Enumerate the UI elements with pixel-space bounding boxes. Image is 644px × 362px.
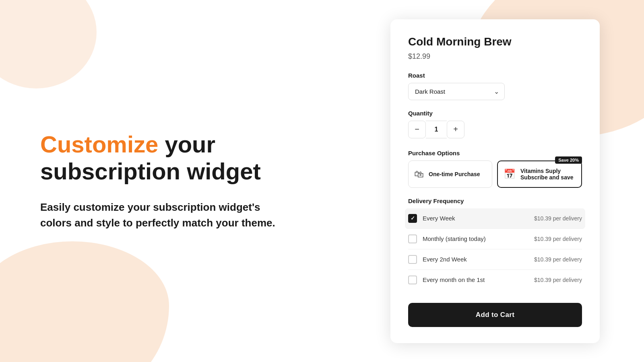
page-container: Customize yoursubscription widget Easily… xyxy=(0,0,644,362)
purchase-options-grid: 🛍 One-time Purchase Save 20% 📅 Vitamins … xyxy=(408,160,582,188)
purchase-options-label: Purchase Options xyxy=(408,150,582,156)
calendar-icon: 📅 xyxy=(504,169,516,180)
hero-title: Customize yoursubscription widget xyxy=(40,131,306,185)
delivery-option-price-every-2nd-week: $10.39 per delivery xyxy=(534,256,582,263)
delivery-option-price-every-week: $10.39 per delivery xyxy=(534,215,582,222)
quantity-section: Quantity − 1 + xyxy=(408,110,582,138)
hero-title-accent: Customize xyxy=(40,131,158,157)
delivery-option-every-month-1st[interactable]: Every month on the 1st $10.39 per delive… xyxy=(408,270,582,290)
delivery-option-price-monthly: $10.39 per delivery xyxy=(534,236,582,242)
delivery-option-every-2nd-week[interactable]: Every 2nd Week $10.39 per delivery xyxy=(408,249,582,270)
delivery-option-row: Every Week $10.39 per delivery xyxy=(423,215,582,222)
checkmark-icon: ✓ xyxy=(411,215,415,221)
purchase-options-section: Purchase Options 🛍 One-time Purchase Sav… xyxy=(408,150,582,188)
delivery-option-row-monthly: Monthly (starting today) $10.39 per deli… xyxy=(423,235,582,242)
delivery-option-price-every-month-1st: $10.39 per delivery xyxy=(534,277,582,283)
product-title: Cold Morning Brew xyxy=(408,35,582,48)
delivery-option-row-every-2nd-week: Every 2nd Week $10.39 per delivery xyxy=(423,256,582,263)
delivery-option-label-every-week: Every Week xyxy=(423,215,455,222)
hero-subtitle: Easily customize your subscription widge… xyxy=(40,200,282,231)
quantity-increase-button[interactable]: + xyxy=(447,121,464,138)
quantity-value: 1 xyxy=(426,121,447,138)
one-time-label: One-time Purchase xyxy=(429,171,480,177)
delivery-option-every-week[interactable]: ✓ Every Week $10.39 per delivery xyxy=(405,208,585,229)
roast-section: Roast Light Roast Medium Roast Dark Roas… xyxy=(408,72,582,100)
roast-select[interactable]: Light Roast Medium Roast Dark Roast Espr… xyxy=(408,83,505,100)
save-badge: Save 20% xyxy=(555,156,582,164)
delivery-label: Delivery Frequency xyxy=(408,197,582,204)
delivery-option-monthly[interactable]: Monthly (starting today) $10.39 per deli… xyxy=(408,229,582,249)
delivery-section: Delivery Frequency ✓ Every Week $10.39 p… xyxy=(408,197,582,290)
left-panel: Customize yoursubscription widget Easily… xyxy=(0,0,346,362)
delivery-checkbox-every-month-1st xyxy=(408,276,417,284)
delivery-option-label-every-2nd-week: Every 2nd Week xyxy=(423,256,467,263)
add-to-cart-button[interactable]: Add to Cart xyxy=(408,303,582,327)
subscribe-label: Vitamins Suply Subscribe and save xyxy=(520,168,576,181)
delivery-checkbox-monthly xyxy=(408,234,417,243)
quantity-decrease-button[interactable]: − xyxy=(408,121,426,138)
shopping-bag-icon: 🛍 xyxy=(414,169,424,180)
widget-card: Cold Morning Brew $12.99 Roast Light Roa… xyxy=(390,19,600,343)
purchase-option-subscribe[interactable]: Save 20% 📅 Vitamins Suply Subscribe and … xyxy=(497,160,582,188)
quantity-label: Quantity xyxy=(408,110,582,117)
quantity-control: − 1 + xyxy=(408,121,582,138)
roast-label: Roast xyxy=(408,72,582,79)
delivery-option-label-monthly: Monthly (starting today) xyxy=(423,235,486,242)
right-panel: Cold Morning Brew $12.99 Roast Light Roa… xyxy=(346,0,644,362)
roast-select-wrapper: Light Roast Medium Roast Dark Roast Espr… xyxy=(408,83,505,100)
delivery-checkbox-every-week: ✓ xyxy=(408,214,417,223)
delivery-option-label-every-month-1st: Every month on the 1st xyxy=(423,276,485,283)
delivery-option-row-every-month-1st: Every month on the 1st $10.39 per delive… xyxy=(423,276,582,283)
purchase-option-one-time[interactable]: 🛍 One-time Purchase xyxy=(408,160,492,188)
delivery-checkbox-every-2nd-week xyxy=(408,255,417,264)
product-price: $12.99 xyxy=(408,52,582,61)
